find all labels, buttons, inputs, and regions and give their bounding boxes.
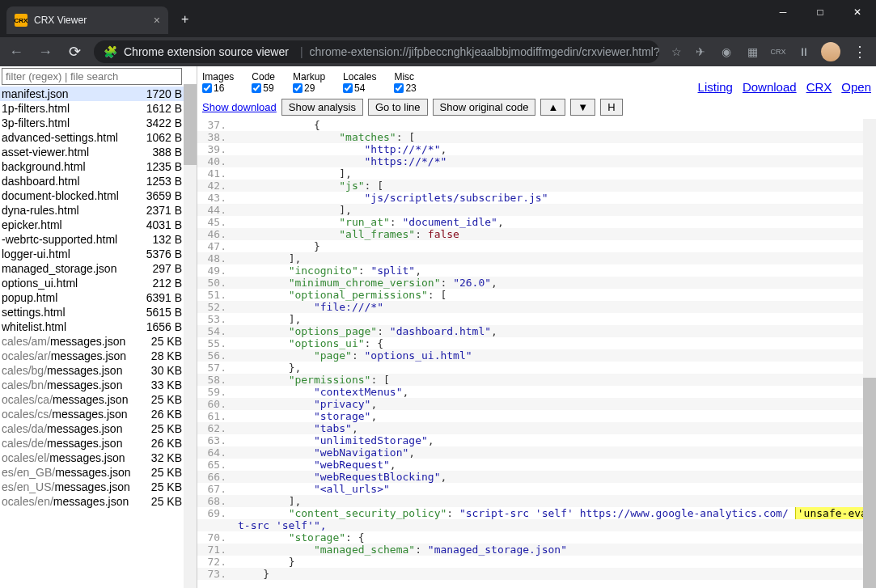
file-size: 1235 B [138, 160, 182, 173]
maximize-button[interactable]: □ [802, 0, 839, 24]
tab-close-icon[interactable]: × [154, 14, 160, 27]
file-row[interactable]: managed_storage.json297 B [0, 261, 197, 276]
file-row[interactable]: cales/bn/messages.json33 KB [0, 378, 197, 392]
file-size: 5376 B [138, 247, 182, 260]
ext-icon-4[interactable]: CRX [771, 44, 785, 59]
file-row[interactable]: cales/da/messages.json25 KB [0, 421, 197, 436]
file-row[interactable]: epicker.html4031 B [0, 218, 197, 232]
code-line: 60. "privacy", [197, 398, 876, 410]
file-row[interactable]: dyna-rules.html2371 B [0, 203, 197, 218]
goto-line-button[interactable]: Go to line [368, 99, 428, 116]
ext-icon-5[interactable]: ⏸ [797, 44, 811, 59]
file-row[interactable]: ocales/en/messages.json25 KB [0, 494, 197, 509]
file-name: cales/am/messages.json [2, 335, 138, 348]
show-download-link[interactable]: Show download [202, 101, 277, 113]
file-row[interactable]: document-blocked.html3659 B [0, 188, 197, 203]
forward-button[interactable]: → [36, 44, 55, 61]
stat-checkbox[interactable] [394, 83, 404, 93]
bookmark-star-icon[interactable]: ☆ [669, 44, 683, 59]
file-row[interactable]: options_ui.html212 B [0, 276, 197, 290]
file-row[interactable]: es/en_GB/messages.json25 KB [0, 465, 197, 480]
code-line: 46. "all_frames": false [197, 228, 876, 240]
stat-locales: Locales54 [343, 71, 376, 94]
nav-up-button[interactable]: ▲ [540, 99, 565, 116]
file-name: cales/bg/messages.json [2, 364, 138, 377]
file-row[interactable]: ocales/ar/messages.json28 KB [0, 349, 197, 363]
stat-checkbox[interactable] [343, 83, 353, 93]
ext-icon-3[interactable]: ▦ [745, 44, 760, 59]
file-name: ocales/ca/messages.json [2, 393, 138, 406]
menu-button[interactable]: ⋮ [850, 43, 870, 61]
file-name: logger-ui.html [2, 247, 138, 260]
file-name: -webrtc-supported.html [2, 233, 138, 246]
file-row[interactable]: es/en_US/messages.json25 KB [0, 480, 197, 494]
file-row[interactable]: settings.html5615 B [0, 305, 197, 319]
file-row[interactable]: background.html1235 B [0, 159, 197, 174]
code-line: 42. "js": [ [197, 180, 876, 192]
file-row[interactable]: manifest.json1720 B [0, 87, 197, 101]
code-line: 49. "incognito": "split", [197, 264, 876, 277]
file-size: 297 B [138, 262, 182, 275]
stat-checkbox[interactable] [293, 83, 303, 93]
url-bar[interactable]: 🧩 Chrome extension source viewer | chrom… [94, 40, 659, 63]
reload-button[interactable]: ⟳ [65, 43, 84, 61]
file-row[interactable]: ocales/el/messages.json32 KB [0, 451, 197, 465]
download-link[interactable]: Download [743, 80, 797, 94]
code-line: 70. "storage": { [197, 531, 876, 544]
stat-checkbox[interactable] [202, 83, 212, 93]
new-tab-button[interactable]: + [181, 12, 188, 27]
crx-link[interactable]: CRX [806, 80, 832, 94]
code-scrollbar[interactable] [863, 119, 876, 588]
file-row[interactable]: 3p-filters.html3422 B [0, 116, 197, 130]
file-name: ocales/el/messages.json [2, 451, 138, 464]
file-row[interactable]: cales/de/messages.json26 KB [0, 436, 197, 451]
file-size: 4031 B [138, 218, 182, 231]
file-row[interactable]: advanced-settings.html1062 B [0, 130, 197, 145]
ext-icon-2[interactable]: ◉ [719, 44, 734, 59]
minimize-button[interactable]: ─ [764, 0, 802, 24]
file-row[interactable]: cales/bg/messages.json30 KB [0, 363, 197, 378]
ext-icon-1[interactable]: ✈ [693, 44, 708, 59]
listing-link[interactable]: Listing [698, 80, 733, 94]
code-line: 57. }, [197, 362, 876, 374]
code-viewer[interactable]: 37. {38. "matches": [39. "http://*/*",40… [197, 119, 876, 588]
file-row[interactable]: -webrtc-supported.html132 B [0, 232, 197, 247]
file-name: document-blocked.html [2, 189, 138, 202]
file-name: advanced-settings.html [2, 131, 138, 144]
show-original-button[interactable]: Show original code [433, 99, 536, 116]
file-size: 6391 B [138, 291, 182, 304]
file-row[interactable]: logger-ui.html5376 B [0, 247, 197, 261]
nav-down-button[interactable]: ▼ [570, 99, 595, 116]
file-name: dyna-rules.html [2, 204, 138, 217]
profile-avatar[interactable] [821, 42, 840, 61]
file-row[interactable]: ocales/ca/messages.json25 KB [0, 392, 197, 407]
file-name: 1p-filters.html [2, 102, 138, 115]
file-filter-input[interactable] [2, 68, 182, 85]
code-line: 53. ], [197, 313, 876, 325]
file-size: 2371 B [138, 204, 182, 217]
browser-tab[interactable]: CRX CRX Viewer × [6, 6, 168, 34]
code-line: t-src 'self'", [197, 519, 876, 531]
file-size: 1253 B [138, 175, 182, 188]
file-row[interactable]: 1p-filters.html1612 B [0, 101, 197, 116]
close-button[interactable]: ✕ [839, 0, 876, 24]
file-size: 388 B [138, 146, 182, 159]
file-sidebar: manifest.json1720 B1p-filters.html1612 B… [0, 66, 197, 588]
code-line: 64. "webNavigation", [197, 446, 876, 459]
file-row[interactable]: popup.html6391 B [0, 290, 197, 305]
file-row[interactable]: asset-viewer.html388 B [0, 145, 197, 159]
stat-checkbox[interactable] [252, 83, 261, 93]
file-row[interactable]: whitelist.html1656 B [0, 319, 197, 334]
file-name: dashboard.html [2, 175, 138, 188]
open-link[interactable]: Open [841, 80, 871, 94]
url-title: Chrome extension source viewer [124, 45, 289, 58]
sidebar-scrollbar[interactable] [184, 84, 197, 588]
back-button[interactable]: ← [6, 44, 26, 61]
file-row[interactable]: cales/am/messages.json25 KB [0, 334, 197, 349]
file-size: 25 KB [138, 422, 182, 435]
window-controls: ─ □ ✕ [764, 0, 876, 24]
show-analysis-button[interactable]: Show analysis [281, 99, 363, 116]
h-button[interactable]: H [600, 99, 622, 116]
file-row[interactable]: ocales/cs/messages.json26 KB [0, 407, 197, 421]
file-row[interactable]: dashboard.html1253 B [0, 174, 197, 188]
